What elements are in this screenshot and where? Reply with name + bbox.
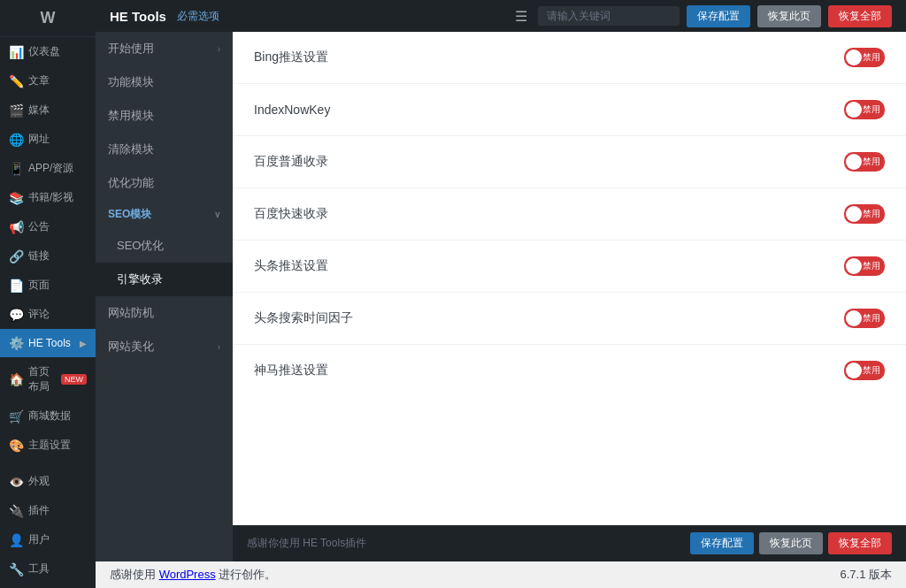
hetools-arrow-icon: ▶ (80, 339, 87, 348)
setting-row-baidu-fast: 百度快速收录 禁用 (233, 188, 906, 241)
pages-icon: 📄 (9, 279, 23, 293)
restore-all-button[interactable]: 恢复全部 (828, 5, 892, 27)
theme-icon: 🎨 (9, 439, 23, 453)
toggle-knob-baidu-fast (846, 206, 862, 222)
bottom-restore-all-button[interactable]: 恢复全部 (828, 532, 892, 554)
topbar: HE Tools 必需选项 ☰ 保存配置 恢复此页 恢复全部 (96, 0, 906, 32)
sidebar: W 📊 仪表盘 ✏️ 文章 🎬 媒体 🌐 网址 📱 APP/资源 📚 书籍/影视… (0, 0, 96, 588)
setting-row-bing-push: Bing推送设置 禁用 (233, 32, 906, 84)
leftnav-engine-collect-label: 引擎收录 (117, 271, 163, 287)
books-icon: 📚 (9, 191, 23, 205)
sidebar-item-comments[interactable]: 💬 评论 (0, 300, 96, 329)
sidebar-item-pages[interactable]: 📄 页面 (0, 271, 96, 300)
leftnav-site-beauty-label: 网站美化 (108, 339, 154, 355)
sidebar-item-tools[interactable]: 🔧 工具 (0, 554, 96, 584)
leftnav-site-beauty[interactable]: 网站美化 › (96, 330, 233, 363)
sidebar-item-hetools[interactable]: ⚙️ HE Tools ▶ (0, 329, 96, 357)
toggle-wrap-indexnowkey[interactable]: 禁用 (844, 100, 885, 119)
main-area: HE Tools 必需选项 ☰ 保存配置 恢复此页 恢复全部 开始使用 › 功能… (96, 0, 906, 588)
bottom-save-button[interactable]: 保存配置 (690, 532, 754, 554)
toggle-knob-baidu-normal (846, 154, 862, 170)
toggle-baidu-fast[interactable]: 禁用 (844, 204, 885, 224)
leftnav-seo-label: SEO模块 (108, 207, 151, 222)
setting-row-toutiao-search: 头条搜索时间因子 禁用 (233, 293, 906, 345)
page-title: HE Tools (110, 9, 166, 24)
toggle-knob-toutiao-search (846, 310, 862, 326)
right-panel: Bing推送设置 禁用 IndexNowKey (233, 32, 906, 561)
toggle-knob-bing-push (846, 50, 862, 65)
setting-label-baidu-normal: 百度普通收录 (254, 154, 844, 170)
content-wrapper: 开始使用 › 功能模块 禁用模块 清除模块 优化功能 SEO模块 ∨ (96, 32, 906, 561)
save-config-button[interactable]: 保存配置 (687, 5, 750, 27)
toggle-knob-indexnowkey (846, 102, 862, 118)
setting-row-shenma-push: 神马推送设置 禁用 (233, 345, 906, 396)
sidebar-item-links[interactable]: 🌐 网址 (0, 125, 96, 154)
toggle-wrap-toutiao-push[interactable]: 禁用 (844, 256, 885, 276)
toggle-wrap-toutiao-search[interactable]: 禁用 (844, 309, 885, 328)
setting-row-baidu-normal: 百度普通收录 禁用 (233, 136, 906, 188)
sidebar-item-homepage[interactable]: 🏠 首页布局 NEW (0, 357, 96, 401)
sidebar-item-chain[interactable]: 🔗 链接 (0, 241, 96, 271)
leftnav-seo[interactable]: SEO模块 ∨ (96, 200, 233, 229)
wordpress-link[interactable]: WordPress (159, 568, 216, 581)
comments-icon: 💬 (9, 308, 23, 322)
toggle-knob-shenma-push (846, 363, 862, 378)
sidebar-item-ads[interactable]: 📢 公告 (0, 212, 96, 241)
sidebar-item-dashboard[interactable]: 📊 仪表盘 (0, 37, 96, 66)
bottom-bar-actions: 保存配置 恢复此页 恢复全部 (690, 532, 892, 554)
toggle-toutiao-search[interactable]: 禁用 (844, 309, 885, 328)
sidebar-item-plugins[interactable]: 🔌 插件 (0, 496, 96, 525)
posts-icon: ✏️ (9, 74, 23, 88)
toggle-text-shenma-push: 禁用 (863, 364, 880, 377)
leftnav-functions[interactable]: 功能模块 (96, 65, 233, 99)
menu-icon[interactable]: ☰ (515, 8, 527, 25)
toggle-wrap-bing-push[interactable]: 禁用 (844, 48, 885, 67)
leftnav-disable[interactable]: 禁用模块 (96, 99, 233, 133)
links-icon: 🌐 (9, 133, 23, 147)
leftnav-optimize[interactable]: 优化功能 (96, 166, 233, 200)
sidebar-logo: W (0, 0, 96, 37)
toggle-wrap-shenma-push[interactable]: 禁用 (844, 361, 885, 380)
leftnav-site-defense[interactable]: 网站防机 (96, 296, 233, 330)
leftnav-seo-optimize[interactable]: SEO优化 (96, 229, 233, 263)
setting-label-bing-push: Bing推送设置 (254, 50, 844, 65)
toggle-indexnowkey[interactable]: 禁用 (844, 100, 885, 119)
users-icon: 👤 (9, 533, 23, 547)
sidebar-item-media[interactable]: 🎬 媒体 (0, 95, 96, 125)
toggle-knob-toutiao-push (846, 258, 862, 274)
setting-row-toutiao-push: 头条推送设置 禁用 (233, 241, 906, 293)
leftnav-engine-collect[interactable]: 引擎收录 (96, 263, 233, 296)
toggle-text-baidu-fast: 禁用 (863, 208, 880, 220)
setting-row-indexnowkey: IndexNowKey 禁用 (233, 84, 906, 136)
setting-label-toutiao-search: 头条搜索时间因子 (254, 310, 844, 326)
leftnav-clean[interactable]: 清除模块 (96, 133, 233, 166)
sidebar-item-shop[interactable]: 🛒 商城数据 (0, 401, 96, 431)
sidebar-item-appearance[interactable]: 👁️ 外观 (0, 467, 96, 496)
restore-page-button[interactable]: 恢复此页 (757, 5, 821, 27)
bottom-restore-page-button[interactable]: 恢复此页 (759, 532, 823, 554)
leftnav-start-label: 开始使用 (108, 41, 154, 57)
toggle-bing-push[interactable]: 禁用 (844, 48, 885, 67)
leftnav-clean-label: 清除模块 (108, 141, 154, 157)
toggle-toutiao-push[interactable]: 禁用 (844, 256, 885, 276)
sidebar-item-books[interactable]: 📚 书籍/影视 (0, 183, 96, 212)
toggle-wrap-baidu-normal[interactable]: 禁用 (844, 152, 885, 172)
tools-icon: 🔧 (9, 562, 23, 577)
sidebar-item-theme[interactable]: 🎨 主题设置 (0, 431, 96, 460)
sidebar-item-app[interactable]: 📱 APP/资源 (0, 154, 96, 183)
media-icon: 🎬 (9, 103, 23, 118)
hetools-icon: ⚙️ (9, 336, 23, 350)
sidebar-item-posts[interactable]: ✏️ 文章 (0, 66, 96, 95)
toggle-wrap-baidu-fast[interactable]: 禁用 (844, 204, 885, 224)
toggle-shenma-push[interactable]: 禁用 (844, 361, 885, 380)
footer-text: 感谢使用 WordPress 进行创作。 (110, 567, 276, 583)
appearance-icon: 👁️ (9, 475, 23, 489)
search-input[interactable] (538, 6, 680, 26)
toggle-baidu-normal[interactable]: 禁用 (844, 152, 885, 172)
sidebar-item-users[interactable]: 👤 用户 (0, 525, 96, 554)
sidebar-item-settings[interactable]: ⚙️ 设置 (0, 584, 96, 588)
leftnav-seo-optimize-label: SEO优化 (117, 238, 164, 254)
toggle-text-baidu-normal: 禁用 (863, 156, 880, 168)
version-text: 6.7.1 版本 (840, 567, 892, 583)
leftnav-start[interactable]: 开始使用 › (96, 32, 233, 65)
